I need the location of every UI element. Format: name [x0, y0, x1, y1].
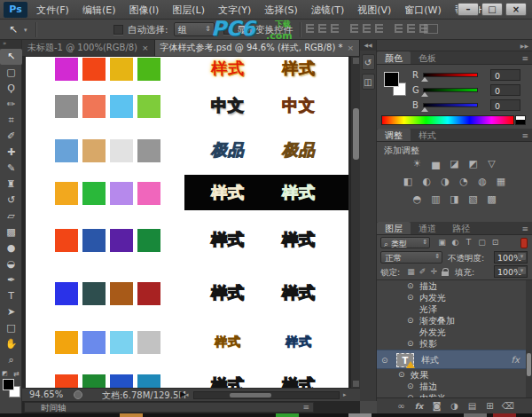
filter-shape-layers-icon[interactable]: ▢	[475, 237, 489, 248]
distribute-left-edges-icon[interactable]	[395, 24, 403, 33]
dodge-tool[interactable]: ◒	[0, 256, 22, 272]
selective-color-icon[interactable]: ▧	[466, 193, 480, 206]
layer-row[interactable]: ⊙内发光	[377, 292, 532, 303]
levels-icon[interactable]: ▅	[429, 158, 442, 170]
color-spectrum-ramp[interactable]	[381, 115, 514, 125]
lock-all-icon[interactable]	[440, 266, 451, 278]
visibility-eye-icon[interactable]: ⊙	[407, 315, 414, 327]
move-tool[interactable]: ↖	[0, 49, 22, 65]
layer-name[interactable]: 样式	[421, 350, 439, 370]
align-right-edges-icon[interactable]	[331, 24, 339, 33]
layer-effect-name[interactable]: 描边	[419, 280, 437, 292]
blur-tool[interactable]: ●	[0, 240, 22, 256]
clone-stamp-tool[interactable]: ♜	[0, 177, 22, 193]
menu-item[interactable]: 图层(L)	[169, 2, 207, 19]
layer-row[interactable]: ⊙渐变叠加	[377, 315, 532, 327]
tool-preset-arrow-icon[interactable]: ▾	[24, 27, 27, 34]
layer-style-button[interactable]: fx	[412, 400, 426, 413]
scroll-right-button[interactable]: ▸	[343, 391, 347, 398]
path-selection-tool[interactable]: ➤	[0, 304, 22, 320]
panel-tab[interactable]: 路径	[444, 222, 478, 234]
layer-row[interactable]: ⊙效果	[377, 369, 532, 381]
link-layers-button[interactable]: ∞	[395, 400, 409, 413]
pen-tool[interactable]: ✒	[0, 272, 22, 288]
timeline-menu-icon[interactable]: ≡	[302, 403, 309, 413]
foreground-color-swatch[interactable]	[3, 379, 14, 390]
properties-panel-button[interactable]: ◫	[362, 74, 375, 90]
vertical-scrollbar-thumb[interactable]	[353, 108, 359, 160]
auto-align-icon[interactable]	[424, 24, 438, 34]
scroll-up-button[interactable]	[353, 58, 359, 64]
layer-fx-badge[interactable]: fx	[512, 350, 520, 370]
layer-effect-name[interactable]: 效果	[411, 369, 428, 381]
align-top-edges-icon[interactable]	[350, 24, 358, 33]
document-tab[interactable]: 字体样式参考.psd @ 94.6% (样式, RGB/8) *×	[155, 40, 360, 56]
type-tool[interactable]: T	[0, 288, 22, 304]
add-layer-mask-button[interactable]: ◙	[430, 400, 444, 413]
layer-filter-toggle[interactable]	[520, 238, 528, 248]
dock-expand-button[interactable]: ▶▶	[520, 43, 528, 49]
channel-slider-thumb[interactable]	[421, 92, 428, 97]
toolbar-collapse-button[interactable]: »	[0, 40, 21, 49]
brush-tool[interactable]: ✎	[0, 161, 22, 177]
maximize-button[interactable]: □	[481, 3, 503, 16]
filter-type-layers-icon[interactable]: T	[462, 237, 475, 248]
panel-tab[interactable]: 通道	[411, 222, 444, 234]
default-colors-icon[interactable]: ◩	[2, 370, 8, 377]
lasso-tool[interactable]: Ϙ	[0, 81, 22, 97]
layer-effect-name[interactable]: 内发光	[419, 292, 446, 303]
layer-effect-name[interactable]: 渐变叠加	[419, 315, 455, 327]
zoom-tool[interactable]: ⌕	[0, 352, 22, 368]
menu-item[interactable]: 滤镜(T)	[309, 2, 347, 19]
layers-scrollbar-thumb[interactable]	[527, 353, 531, 376]
text-layer-thumbnail[interactable]: T	[396, 353, 414, 367]
spot-healing-brush-tool[interactable]: ✚	[0, 145, 22, 161]
layer-row[interactable]: 光泽	[377, 303, 532, 315]
channel-slider-thumb[interactable]	[421, 107, 428, 112]
layer-row[interactable]: ⊙描边	[377, 280, 532, 292]
photo-filter-icon[interactable]: ◔	[458, 176, 471, 188]
align-bottom-edges-icon[interactable]	[375, 24, 383, 33]
layer-row[interactable]: ⊙T样式fx	[377, 350, 532, 369]
layers-panel-menu-icon[interactable]: ≡	[521, 224, 528, 233]
crop-tool[interactable]: ⌗	[0, 113, 22, 129]
menu-item[interactable]: 窗口(W)	[402, 2, 443, 19]
channel-value-field[interactable]: 0	[490, 69, 520, 81]
opacity-field[interactable]: 100%▾	[494, 251, 528, 264]
layer-effect-name[interactable]: 描边	[419, 381, 437, 392]
layer-effect-name[interactable]: 投影	[419, 338, 437, 350]
panel-tab[interactable]: 色板	[411, 51, 444, 64]
history-panel-button[interactable]: ↺	[362, 54, 375, 70]
dock-collapse-button[interactable]: ◀◀	[360, 40, 376, 51]
new-group-button[interactable]: ▤	[466, 400, 480, 413]
white-black-ramp-end[interactable]	[515, 115, 526, 125]
tab-close-icon[interactable]: ×	[142, 43, 149, 52]
show-transform-checkbox[interactable]	[223, 25, 233, 35]
panel-tab[interactable]: 样式	[411, 129, 444, 141]
new-adjustment-layer-button[interactable]: ◑	[448, 400, 462, 413]
brightness-contrast-icon[interactable]: ☀	[411, 158, 424, 170]
align-vertical-centers-icon[interactable]	[363, 24, 371, 33]
history-brush-tool[interactable]: ↺	[0, 193, 22, 208]
layer-filter-kind-dropdown[interactable]: ⌕ 类型⇕	[380, 237, 430, 248]
visibility-eye-icon[interactable]: ⊙	[407, 381, 414, 392]
rectangle-tool[interactable]: □	[0, 320, 22, 336]
filter-pixel-layers-icon[interactable]: ▣	[435, 237, 449, 248]
horizontal-scrollbar[interactable]	[193, 391, 340, 399]
quick-selection-tool[interactable]: ✏	[0, 97, 22, 113]
move-tool-preset-icon[interactable]: ↖	[9, 23, 18, 35]
visibility-eye-icon[interactable]: ⊙	[381, 350, 388, 370]
menu-item[interactable]: 选择(S)	[262, 2, 301, 19]
scroll-down-button[interactable]	[353, 381, 359, 387]
layer-effect-name[interactable]: 光泽	[419, 303, 437, 315]
auto-select-dropdown[interactable]: 组⇕	[174, 22, 215, 36]
black-white-icon[interactable]: ◑	[439, 176, 452, 188]
filter-smart-objects-icon[interactable]: ⊡	[489, 237, 502, 248]
panel-tab[interactable]: 颜色	[377, 51, 411, 64]
rectangular-marquee-tool[interactable]: ▢	[0, 65, 22, 81]
lock-image-pixels-icon[interactable]: ✐	[417, 266, 428, 278]
color-panel-menu-icon[interactable]: ≡	[521, 54, 528, 63]
filter-adjustment-layers-icon[interactable]: ◐	[449, 237, 462, 248]
menu-item[interactable]: 图像(I)	[126, 2, 161, 19]
auto-select-checkbox[interactable]	[113, 25, 123, 35]
